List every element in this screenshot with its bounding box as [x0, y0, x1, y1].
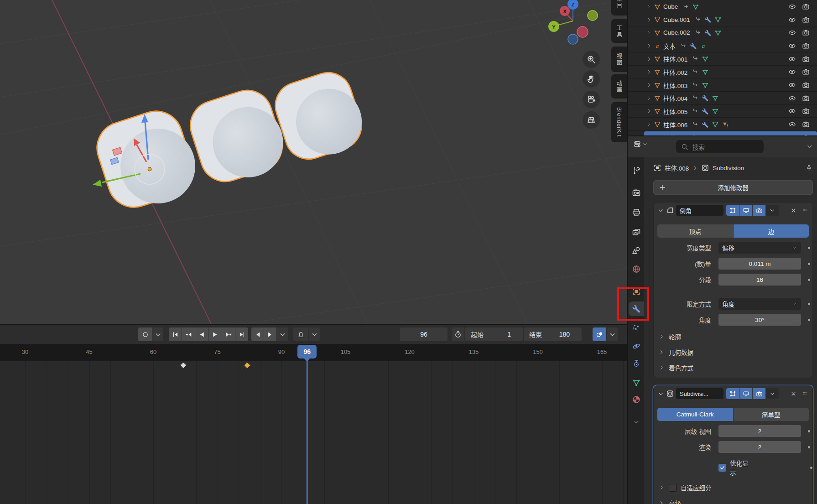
timeline-ruler[interactable]: 3045607590105120135150165 96: [0, 344, 627, 361]
properties-tab-output[interactable]: [629, 205, 644, 220]
outliner-row-柱体.006[interactable]: 柱体.006: [628, 118, 817, 131]
pin-icon[interactable]: [805, 164, 813, 172]
tab-边[interactable]: 边: [734, 224, 809, 238]
frame-step-forward-button[interactable]: [264, 327, 276, 341]
pan-button[interactable]: [583, 70, 600, 88]
orthographic-toggle[interactable]: [583, 111, 600, 129]
expand-chevron-icon[interactable]: [646, 82, 652, 88]
sidebar-tab-3[interactable]: 视图: [611, 47, 627, 72]
properties-tab-world[interactable]: [629, 262, 644, 276]
toggle-editmode-button[interactable]: [726, 388, 739, 399]
header-options-chevron[interactable]: [806, 143, 813, 152]
playhead-label[interactable]: 96: [297, 345, 317, 359]
object-name[interactable]: 柱体.001: [663, 54, 687, 63]
outliner-row-Cube.001[interactable]: Cube.001: [628, 14, 817, 26]
object-name[interactable]: 文本: [663, 42, 676, 51]
drag-handle-icon[interactable]: [801, 390, 809, 397]
frame-start-field[interactable]: 起始 1: [465, 327, 523, 341]
checkbox-优化显示[interactable]: [718, 464, 726, 472]
toggle-monitor-button[interactable]: [739, 205, 752, 216]
render-camera-icon[interactable]: [802, 81, 810, 89]
visibility-eye-icon[interactable]: [788, 42, 796, 50]
outliner-row-Cube.002[interactable]: Cube.002: [628, 26, 817, 39]
animate-dot[interactable]: [808, 319, 810, 321]
expand-chevron-icon[interactable]: [646, 4, 652, 10]
render-camera-icon[interactable]: [802, 94, 810, 102]
play-button[interactable]: [208, 327, 222, 341]
value-field-角度[interactable]: 30°: [718, 314, 801, 326]
sidebar-tab-1[interactable]: 条目: [611, 0, 627, 16]
value-field-(数)量[interactable]: 0.011 m: [718, 258, 801, 270]
tab-顶点[interactable]: 顶点: [657, 224, 733, 238]
properties-tab-material[interactable]: [629, 392, 644, 407]
object-name[interactable]: Cube.002: [663, 29, 690, 36]
tab-Catmull-Clark[interactable]: Catmull-Clark: [657, 408, 733, 421]
value-field-分段[interactable]: 16: [718, 274, 801, 286]
outliner-panel[interactable]: CubeCube.001Cube.002a文本a柱体.001柱体.002柱体.0…: [627, 0, 817, 135]
render-camera-icon[interactable]: [802, 29, 810, 36]
search-input[interactable]: 搜索: [676, 140, 764, 153]
render-camera-icon[interactable]: [802, 16, 810, 24]
outliner-row-柱体.005[interactable]: 柱体.005: [628, 105, 817, 118]
snap-options-chevron[interactable]: [309, 327, 320, 341]
render-camera-icon[interactable]: [802, 107, 810, 115]
animate-dot[interactable]: [808, 303, 810, 305]
auto-keying-options[interactable]: [152, 327, 163, 341]
jump-to-end-button[interactable]: [235, 327, 248, 341]
filter-options-chevron[interactable]: [607, 327, 618, 341]
extra-toggles-chevron[interactable]: [766, 388, 779, 399]
visibility-eye-icon[interactable]: [788, 55, 796, 63]
outliner-row-Cube[interactable]: Cube: [628, 0, 817, 13]
visibility-eye-icon[interactable]: [788, 68, 796, 76]
animate-dot[interactable]: [808, 247, 810, 249]
render-camera-icon[interactable]: [802, 120, 810, 128]
sidebar-tab-4[interactable]: 动画: [611, 74, 627, 99]
tab-简单型[interactable]: 简单型: [734, 408, 809, 421]
value-field-层级 视图[interactable]: 2: [718, 425, 801, 437]
render-camera-icon[interactable]: [802, 68, 810, 76]
modifier-name-field[interactable]: Subdivisi...: [676, 388, 723, 399]
section-自适应细分[interactable]: 自适应细分: [654, 483, 812, 492]
collapse-chevron-icon[interactable]: [657, 390, 664, 397]
timeline-editor[interactable]: 96 起始 1 结束 180 3045607590105120135150165…: [0, 324, 627, 504]
keyframe-diamond-82[interactable]: [244, 362, 251, 369]
jump-to-start-button[interactable]: [169, 327, 182, 341]
animate-dot[interactable]: [808, 430, 810, 432]
play-reverse-button[interactable]: [195, 327, 208, 341]
scene-object-3[interactable]: [269, 66, 370, 167]
previous-keyframe-button[interactable]: [182, 327, 195, 341]
tab-scroll-chevron[interactable]: [629, 418, 644, 426]
render-camera-icon[interactable]: [802, 42, 810, 50]
visibility-eye-icon[interactable]: [788, 94, 796, 102]
outliner-row-柱体.002[interactable]: 柱体.002: [628, 66, 817, 78]
timeline-tracks[interactable]: [0, 361, 627, 504]
section-高级[interactable]: 高级: [654, 499, 812, 504]
dropdown-宽度类型[interactable]: 偏移: [718, 242, 801, 254]
animate-dot[interactable]: [808, 279, 810, 281]
properties-tab-view-layer[interactable]: [629, 225, 644, 239]
zoom-button[interactable]: [583, 51, 600, 68]
toggle-camera-photo-button[interactable]: [753, 205, 765, 216]
object-name[interactable]: 柱体.004: [663, 94, 687, 103]
section-轮廓[interactable]: 轮廓: [654, 332, 812, 341]
properties-tab-particles[interactable]: [629, 320, 644, 335]
snap-toggle[interactable]: [293, 327, 308, 341]
expand-chevron-icon[interactable]: [646, 17, 652, 23]
properties-tab-constraints[interactable]: [629, 356, 644, 371]
keyframe-filter-toggle[interactable]: [593, 327, 606, 341]
visibility-eye-icon[interactable]: [788, 16, 796, 24]
properties-tab-render[interactable]: [629, 186, 644, 200]
expand-chevron-icon[interactable]: [646, 121, 652, 127]
object-name[interactable]: Cube: [663, 3, 678, 10]
playhead-line[interactable]: [307, 359, 308, 504]
modifier-name-field[interactable]: 倒角: [676, 205, 723, 216]
breadcrumb-modifier[interactable]: Subdivision: [713, 165, 744, 171]
sidebar-tab-5[interactable]: BlenderKit: [611, 102, 627, 142]
extra-toggles-chevron[interactable]: [766, 205, 779, 216]
render-camera-icon[interactable]: [802, 55, 810, 63]
properties-tab-object-data[interactable]: [629, 375, 644, 390]
properties-tab-physics[interactable]: [629, 339, 644, 353]
collapse-chevron-icon[interactable]: [657, 207, 664, 214]
expand-chevron-icon[interactable]: [646, 43, 652, 49]
camera-view-button[interactable]: [583, 91, 600, 108]
